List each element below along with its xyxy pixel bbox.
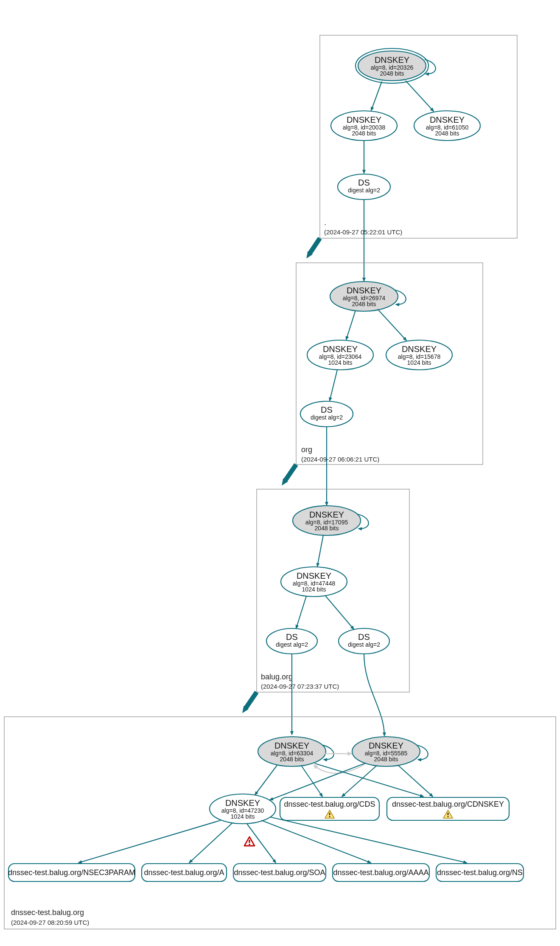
arrow xyxy=(325,595,354,629)
arrow xyxy=(371,82,382,110)
svg-text:1024 bits: 1024 bits xyxy=(407,359,431,366)
svg-text:2048 bits: 2048 bits xyxy=(352,301,376,307)
node-org-ksk: DNSKEY alg=8, id=26974 2048 bits xyxy=(330,282,406,311)
node-balug-zsk: DNSKEY alg=8, id=47448 1024 bits xyxy=(281,567,347,597)
arrow xyxy=(330,370,337,401)
svg-text:digest alg=2: digest alg=2 xyxy=(276,641,308,648)
arrow xyxy=(296,596,306,628)
node-balug-ksk: DNSKEY alg=8, id=17095 2048 bits xyxy=(293,506,369,535)
node-org-zsk-23064: DNSKEY alg=8, id=23064 1024 bits xyxy=(307,340,373,370)
svg-text:digest alg=2: digest alg=2 xyxy=(348,641,380,648)
rr-soa: dnssec-test.balug.org/SOA xyxy=(233,864,326,881)
node-org-zsk-15678: DNSKEY alg=8, id=15678 1024 bits xyxy=(386,340,452,370)
svg-text:digest alg=2: digest alg=2 xyxy=(311,414,343,421)
arrow xyxy=(364,654,384,736)
node-root-zsk-61050: DNSKEY alg=8, id=61050 2048 bits xyxy=(414,111,480,141)
arrow xyxy=(189,823,232,863)
node-leaf-ksk-63304: DNSKEY alg=8, id=63304 2048 bits xyxy=(258,737,334,766)
node-root-zsk-20038: DNSKEY alg=8, id=20038 2048 bits xyxy=(331,111,397,141)
rr-ns: dnssec-test.balug.org/NS xyxy=(436,864,524,881)
arrow xyxy=(78,820,221,863)
svg-text:dnssec-test.balug.org/CDS: dnssec-test.balug.org/CDS xyxy=(284,800,375,808)
svg-text:2048 bits: 2048 bits xyxy=(315,525,339,532)
arrow xyxy=(247,824,276,863)
svg-text:1024 bits: 1024 bits xyxy=(328,359,353,366)
arrow xyxy=(255,765,277,795)
zone-balug-label: balug.org xyxy=(261,673,293,681)
svg-text:DNSKEY: DNSKEY xyxy=(402,344,437,354)
rr-a: dnssec-test.balug.org/A xyxy=(142,864,227,881)
node-leaf-ksk-55585: DNSKEY alg=8, id=55585 2048 bits xyxy=(352,737,428,766)
zone-leaf-label: dnssec-test.balug.org xyxy=(11,908,84,917)
arrow xyxy=(315,763,423,797)
zone-org: org (2024-09-27 06:06:21 UTC) DNSKEY alg… xyxy=(296,263,483,465)
zone-org-ts: (2024-09-27 06:06:21 UTC) xyxy=(301,456,379,463)
svg-text:DNSKEY: DNSKEY xyxy=(369,741,403,750)
svg-text:2048 bits: 2048 bits xyxy=(435,130,459,137)
zone-delegation-arrow xyxy=(246,692,257,708)
node-root-ksk: DNSKEY alg=8, id=20326 2048 bits xyxy=(356,48,436,83)
svg-text:DS: DS xyxy=(286,632,298,642)
svg-text:dnssec-test.balug.org/NS: dnssec-test.balug.org/NS xyxy=(437,868,523,877)
rr-cdnskey: dnssec-test.balug.org/CDNSKEY xyxy=(387,797,509,820)
svg-text:DNSKEY: DNSKEY xyxy=(274,741,309,750)
svg-text:dnssec-test.balug.org/A: dnssec-test.balug.org/A xyxy=(144,868,224,877)
zone-balug-ts: (2024-09-27 07:23:37 UTC) xyxy=(261,683,339,690)
svg-text:DNSKEY: DNSKEY xyxy=(297,571,331,580)
svg-text:DS: DS xyxy=(358,178,370,187)
arrow xyxy=(398,765,433,797)
zone-delegation-arrow xyxy=(285,465,296,481)
node-leaf-zsk: DNSKEY alg=8, id=47230 1024 bits xyxy=(210,794,276,824)
svg-text:2048 bits: 2048 bits xyxy=(374,756,398,763)
svg-text:dnssec-test.balug.org/NSEC3PAR: dnssec-test.balug.org/NSEC3PARAM xyxy=(8,868,135,877)
arrow xyxy=(261,820,371,863)
zone-balug: balug.org (2024-09-27 07:23:37 UTC) DNSK… xyxy=(257,489,409,692)
svg-text:DNSKEY: DNSKEY xyxy=(225,798,260,808)
svg-text:dnssec-test.balug.org/CDNSKEY: dnssec-test.balug.org/CDNSKEY xyxy=(392,800,504,808)
zone-org-label: org xyxy=(301,445,312,454)
svg-text:2048 bits: 2048 bits xyxy=(280,756,304,763)
node-balug-ds2: DS digest alg=2 xyxy=(339,628,389,654)
rr-aaaa: dnssec-test.balug.org/AAAA xyxy=(333,864,429,881)
zone-delegation-arrow xyxy=(310,238,320,253)
node-root-ds: DS digest alg=2 xyxy=(338,174,390,200)
svg-text:DNSKEY: DNSKEY xyxy=(375,55,409,65)
node-balug-ds1: DS digest alg=2 xyxy=(266,628,317,654)
svg-text:1024 bits: 1024 bits xyxy=(302,586,326,593)
svg-text:DNSKEY: DNSKEY xyxy=(347,115,381,124)
rr-cds: dnssec-test.balug.org/CDS xyxy=(280,797,379,820)
arrow xyxy=(346,310,356,340)
zone-leaf-ts: (2024-09-27 08:20:59 UTC) xyxy=(11,919,89,926)
svg-text:2048 bits: 2048 bits xyxy=(352,130,376,137)
zone-root-label: . xyxy=(324,218,326,227)
zone-root-ts: (2024-09-27 05:22:01 UTC) xyxy=(324,228,402,236)
node-org-ds: DS digest alg=2 xyxy=(300,401,353,427)
svg-text:2048 bits: 2048 bits xyxy=(380,70,404,77)
svg-text:DS: DS xyxy=(358,632,370,642)
svg-text:digest alg=2: digest alg=2 xyxy=(348,187,380,194)
svg-text:DNSKEY: DNSKEY xyxy=(323,344,358,354)
svg-text:DNSKEY: DNSKEY xyxy=(309,510,344,519)
svg-text:DNSKEY: DNSKEY xyxy=(430,115,465,124)
arrow xyxy=(406,81,434,111)
arrow xyxy=(378,309,406,341)
error-icon xyxy=(244,837,255,846)
svg-text:1024 bits: 1024 bits xyxy=(231,813,255,820)
svg-text:DS: DS xyxy=(321,405,333,414)
rr-nsec3param: dnssec-test.balug.org/NSEC3PARAM xyxy=(8,864,135,881)
svg-text:DNSKEY: DNSKEY xyxy=(347,286,381,295)
svg-text:dnssec-test.balug.org/AAAA: dnssec-test.balug.org/AAAA xyxy=(333,868,428,877)
arrow xyxy=(317,535,323,566)
arrow xyxy=(270,817,467,863)
zone-leaf: dnssec-test.balug.org (2024-09-27 08:20:… xyxy=(4,717,556,929)
svg-text:dnssec-test.balug.org/SOA: dnssec-test.balug.org/SOA xyxy=(234,868,325,877)
zone-root: . (2024-09-27 05:22:01 UTC) DNSKEY alg=8… xyxy=(320,35,517,238)
